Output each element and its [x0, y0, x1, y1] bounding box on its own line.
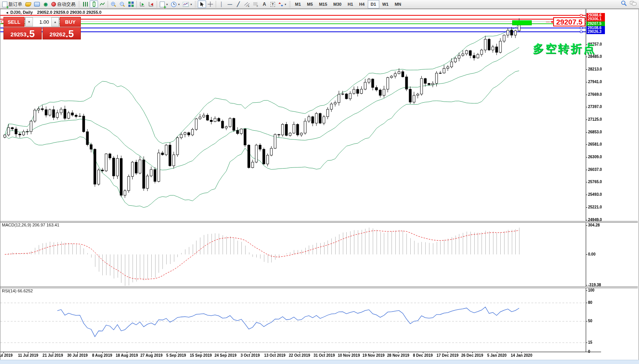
macd-scale-label: 0.00 [588, 252, 595, 256]
text-label-button[interactable]: T [269, 0, 277, 8]
price-tick-label: 25493.0 [588, 192, 602, 197]
toolbar-grip [289, 1, 291, 7]
market-watch-button[interactable] [24, 0, 33, 8]
macd-scale-label: -319.38 [588, 283, 601, 287]
buy-price-int: 29262 [49, 31, 66, 38]
price-tick-label: 27397.0 [588, 105, 602, 109]
toolbar-separator [157, 1, 157, 8]
symbol-period: DJ30, Daily [10, 10, 33, 15]
volume-increase-button[interactable]: ▲ [51, 17, 59, 26]
crosshair-button[interactable] [206, 0, 215, 8]
text-button[interactable]: A [260, 0, 269, 8]
price-callout[interactable]: 29207.5 [553, 17, 585, 26]
bar-chart-icon [83, 2, 88, 7]
tile-windows-icon [128, 2, 134, 7]
date-label: 17 Dec 2019 [437, 353, 459, 357]
rsi-scale-label: 0 [588, 349, 590, 354]
toolbar: + 新订单 ◉ 自动交易 [0, 0, 639, 9]
tile-windows-button[interactable] [127, 0, 135, 8]
auto-scroll-icon [139, 2, 145, 7]
candlestick-chart-button[interactable] [90, 0, 98, 8]
price-tick-label: 28213.0 [588, 67, 602, 71]
timeframe-button-M1[interactable]: M1 [292, 0, 304, 8]
fibonacci-icon: F [253, 2, 259, 7]
timeframe-button-M15[interactable]: M15 [316, 0, 330, 8]
chart-shift-button[interactable] [147, 0, 156, 8]
horizontal-line-button[interactable]: — [226, 0, 234, 8]
price-tick-label: 27669.0 [588, 92, 602, 97]
zoom-out-button[interactable] [118, 0, 127, 8]
line-chart-button[interactable] [98, 0, 106, 8]
auto-scroll-button[interactable] [138, 0, 147, 8]
date-label: 14 Jan 2020 [511, 353, 532, 357]
indicators-button[interactable]: ▾ [181, 0, 193, 8]
price-tick-label: 25765.0 [588, 180, 602, 184]
sell-price-int: 29253 [10, 31, 26, 38]
sell-button[interactable]: SELL [3, 17, 25, 27]
chat-icon[interactable] [630, 1, 637, 6]
templates-button[interactable]: +▾ [158, 0, 169, 8]
callout-arrow-icon: —◄ [546, 20, 554, 24]
svg-text:E: E [248, 5, 249, 7]
toolbar-grip [78, 1, 80, 7]
gold-icon [25, 2, 31, 7]
timeframe-button-M30[interactable]: M30 [330, 0, 344, 8]
rsi-scale-label: 80 [588, 300, 592, 305]
dropdown-arrow-icon: ▾ [166, 3, 168, 6]
volume-decrease-button[interactable]: ▼ [25, 17, 33, 26]
zoom-in-button[interactable] [109, 0, 118, 8]
svg-text:F: F [257, 5, 258, 7]
timeframe-button-H4[interactable]: H4 [356, 0, 368, 8]
volume-input[interactable]: 1.00 [33, 17, 51, 26]
sell-price[interactable]: 29253.5 [3, 27, 42, 39]
highlight-rectangle[interactable] [512, 20, 532, 25]
candlestick-icon [93, 2, 95, 7]
date-label: 2 Jul 2019 [0, 353, 13, 357]
timeframe-group: M1M5M15M30H1H4D1W1MN [292, 0, 404, 8]
timeframe-button-W1[interactable]: W1 [379, 0, 392, 8]
volume-spinner: ▼ 1.00 ▲ [25, 17, 59, 27]
vertical-line-icon: │ [220, 2, 223, 7]
buy-button[interactable]: BUY [60, 17, 81, 27]
signals-button[interactable]: ◉ [41, 0, 50, 8]
fibonacci-button[interactable]: F [251, 0, 260, 8]
rsi-scale-label: 15 [588, 340, 592, 344]
sell-price-frac: .5 [26, 29, 35, 38]
expert-advisors-button[interactable] [33, 0, 41, 8]
turning-point-note[interactable]: 多空转折点 [533, 41, 596, 57]
chart-plot[interactable] [0, 9, 638, 359]
panel-separator[interactable] [0, 221, 638, 223]
date-label: 3 Oct 2019 [241, 353, 260, 357]
price-tick-label: 26581.0 [588, 142, 602, 146]
vertical-line-button[interactable]: │ [217, 0, 226, 8]
timeframe-button-D1[interactable]: D1 [368, 0, 379, 8]
price-line-label: 29026.3 [587, 30, 605, 34]
date-label: 26 Dec 2019 [461, 353, 483, 357]
arrows-button[interactable]: ▾ [277, 0, 288, 8]
date-label: 10 Nov 2019 [338, 353, 360, 357]
price-tick-label: 26309.0 [588, 155, 602, 159]
auto-trading-label: 自动交易 [57, 1, 75, 8]
text-label-icon: T [270, 2, 275, 7]
new-order-button[interactable]: + 新订单 [1, 0, 24, 8]
buy-price[interactable]: 29262.5 [43, 27, 81, 39]
auto-trading-button[interactable]: 自动交易 [50, 0, 77, 8]
auto-trading-icon [51, 2, 56, 7]
channel-button[interactable]: E [242, 0, 251, 8]
clock-icon [171, 2, 177, 7]
date-label: 13 Oct 2019 [264, 353, 286, 357]
price-tick-label: 26037.0 [588, 167, 602, 172]
timeframe-button-MN[interactable]: MN [392, 0, 404, 8]
search-icon[interactable] [621, 0, 627, 6]
chart-shift-icon [148, 2, 154, 7]
panel-separator[interactable] [0, 287, 638, 288]
periods-button[interactable]: ▾ [169, 0, 181, 8]
cursor-button[interactable] [198, 0, 206, 8]
rsi-scale-label: 100 [588, 288, 595, 292]
timeframe-button-H1[interactable]: H1 [344, 0, 356, 8]
dropdown-arrow-icon: ▾ [190, 3, 192, 6]
chart-title: DJ30, Daily 29052.0 29259.0 29030.0 2925… [10, 10, 102, 15]
trendline-button[interactable]: ╱ [234, 0, 242, 8]
timeframe-button-M5[interactable]: M5 [304, 0, 316, 8]
bar-chart-button[interactable] [81, 0, 90, 8]
